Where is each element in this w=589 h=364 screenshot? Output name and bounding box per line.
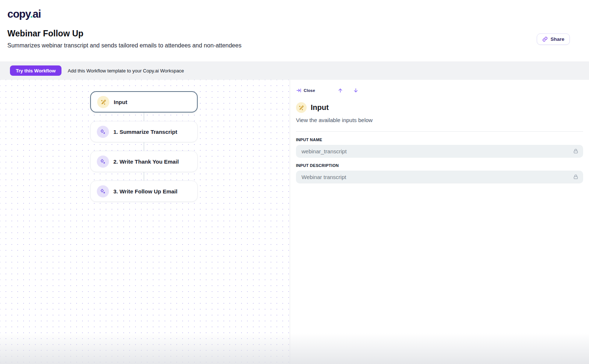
lock-icon (573, 148, 579, 156)
try-workflow-button[interactable]: Try this Workflow (10, 65, 61, 76)
input-description-label: INPUT DESCRIPTION (296, 163, 583, 168)
copyai-logo[interactable]: copy.ai (7, 8, 41, 20)
node-column: Input 1. Summarize Transcript (90, 91, 198, 202)
workflow-canvas[interactable]: Input 1. Summarize Transcript (0, 80, 290, 364)
arrow-up-icon (338, 88, 343, 93)
page-subtitle: Summarizes webinar transcript and sends … (7, 42, 241, 49)
lock-icon (573, 174, 579, 181)
arrow-down-icon (353, 88, 359, 93)
node-write-follow-up-email[interactable]: 3. Write Follow Up Email (90, 181, 198, 202)
cta-bar: Try this Workflow Add this Workflow temp… (0, 61, 589, 80)
page-title: Webinar Follow Up (7, 29, 84, 39)
node-connector (144, 172, 144, 181)
main-area: Input 1. Summarize Transcript (0, 80, 589, 364)
panel-heading: Input (296, 102, 583, 113)
logo-text: copy (7, 8, 30, 20)
input-name-label: INPUT NAME (296, 138, 583, 142)
node-input[interactable]: Input (90, 91, 198, 113)
sparkles-icon (97, 126, 109, 138)
previous-step-button[interactable] (337, 88, 344, 93)
close-panel-button[interactable]: Close (296, 88, 315, 93)
wand-icon (97, 96, 109, 108)
next-step-button[interactable] (353, 88, 359, 93)
node-label: 3. Write Follow Up Email (113, 188, 177, 195)
node-label: Input (114, 99, 127, 105)
node-connector (144, 113, 144, 121)
share-button-label: Share (550, 36, 564, 42)
node-label: 2. Write Thank You Email (113, 158, 179, 165)
panel-description: View the available inputs below (296, 117, 583, 123)
wand-icon (296, 102, 307, 113)
share-button[interactable]: Share (537, 33, 570, 45)
cta-description: Add this Workflow template to your Copy.… (68, 68, 184, 74)
input-name-field[interactable] (296, 145, 583, 158)
panel-title: Input (311, 103, 329, 112)
page-header: copy.ai Webinar Follow Up Summarizes web… (0, 0, 589, 61)
input-description-field-wrap (296, 171, 583, 183)
sparkles-icon (97, 185, 109, 197)
input-name-field-wrap (296, 145, 583, 158)
close-button-label: Close (304, 88, 315, 93)
logo-dot: . (30, 8, 33, 20)
node-label: 1. Summarize Transcript (113, 129, 177, 135)
panel-divider (296, 131, 583, 132)
input-description-field[interactable] (296, 171, 583, 183)
detail-panel: Close Input Vie (290, 80, 589, 364)
logo-text-suffix: ai (33, 8, 41, 20)
sparkles-icon (97, 156, 109, 168)
node-summarize-transcript[interactable]: 1. Summarize Transcript (90, 121, 198, 142)
link-icon (542, 36, 548, 42)
collapse-right-icon (296, 88, 301, 93)
node-connector (144, 142, 144, 151)
panel-toolbar: Close (296, 87, 583, 94)
node-write-thank-you-email[interactable]: 2. Write Thank You Email (90, 151, 198, 172)
